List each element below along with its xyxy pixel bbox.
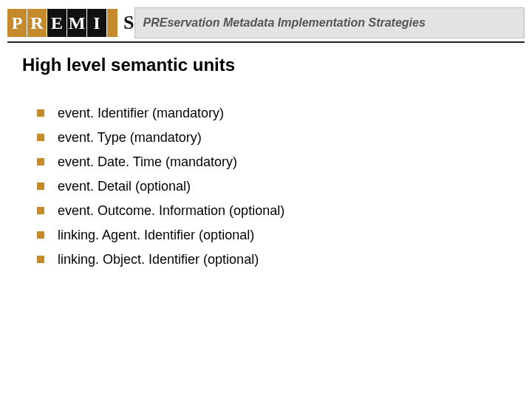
logo-letter-i: I [87, 9, 106, 37]
tag-rest3: mplementation [281, 16, 368, 29]
list-item: linking. Agent. Identifier (optional) [37, 225, 502, 245]
item-text: linking. Object. Identifier (optional) [58, 250, 259, 270]
list-item: event. Outcome. Information (optional) [37, 201, 502, 221]
logo-letter-e: E [47, 9, 66, 37]
tag-rest1: servation [167, 16, 223, 29]
tagline: PREservation Metadata Implementation Str… [143, 16, 425, 30]
list-item: event. Detail (optional) [37, 177, 502, 197]
logo-bar [107, 9, 117, 37]
logo-letter-s: S [123, 9, 134, 37]
item-text: linking. Agent. Identifier (optional) [58, 225, 254, 245]
tag-s: S [368, 16, 376, 29]
bullet-icon [37, 134, 44, 141]
bullet-icon [37, 183, 44, 190]
bullet-icon [37, 256, 44, 263]
header: P R E M I S PREservation Metadata Implem… [7, 7, 525, 38]
item-text: event. Date. Time (mandatory) [58, 152, 237, 172]
content: event. Identifier (mandatory) event. Typ… [37, 103, 502, 274]
tag-rest2: etadata [233, 16, 277, 29]
premis-logo: P R E M I S [7, 7, 134, 38]
item-text: event. Type (mandatory) [58, 128, 202, 148]
tag-m: M [223, 16, 233, 29]
bullet-icon [37, 231, 44, 239]
item-text: event. Detail (optional) [58, 177, 191, 197]
list-item: event. Type (mandatory) [37, 128, 502, 148]
list-item: linking. Object. Identifier (optional) [37, 250, 502, 270]
tag-rest4: trategies [376, 16, 426, 29]
item-text: event. Identifier (mandatory) [58, 103, 224, 123]
bullet-list: event. Identifier (mandatory) event. Typ… [37, 103, 502, 270]
bullet-icon [37, 158, 44, 166]
slide-title: High level semantic units [22, 55, 235, 75]
tagline-box: PREservation Metadata Implementation Str… [134, 7, 525, 38]
list-item: event. Identifier (mandatory) [37, 103, 502, 123]
logo-letter-m: M [67, 9, 86, 37]
logo-letter-p: P [7, 9, 27, 37]
list-item: event. Date. Time (mandatory) [37, 152, 502, 172]
logo-letter-r: R [27, 9, 47, 37]
logo-letters: P R E M I S [7, 9, 134, 37]
bullet-icon [37, 109, 44, 117]
slide: P R E M I S PREservation Metadata Implem… [0, 0, 532, 399]
bullet-icon [37, 207, 44, 214]
header-rule [7, 41, 525, 43]
item-text: event. Outcome. Information (optional) [58, 201, 284, 221]
tag-pre: PRE [143, 16, 167, 29]
